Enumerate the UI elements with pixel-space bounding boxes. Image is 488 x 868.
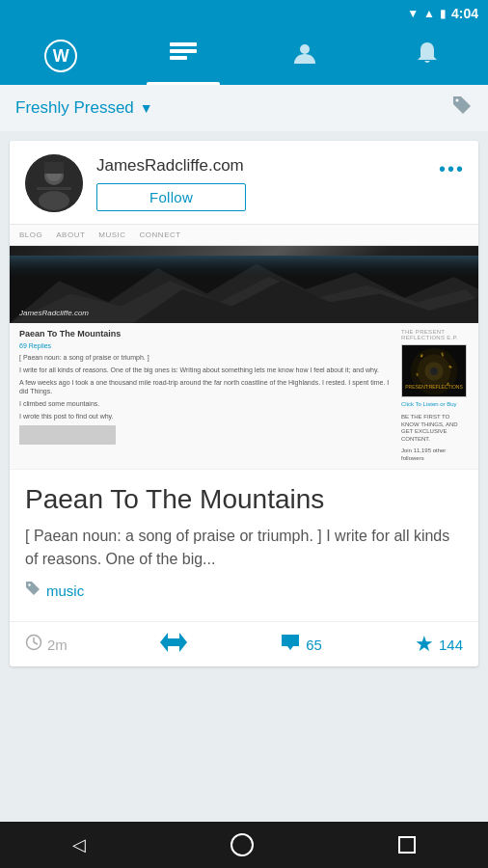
post-excerpt: [ Paean noun: a song of praise or triump… <box>25 525 463 571</box>
svg-rect-15 <box>10 256 478 281</box>
blog-nav-mini: BLOG ABOUT MUSIC CONNECT <box>10 225 478 246</box>
status-icons: ▼ ▲ ▮ 4:04 <box>407 6 478 21</box>
nav-bar: W <box>0 27 488 85</box>
blog-name: JamesRadcliffe.com <box>96 156 246 176</box>
bell-icon <box>416 41 439 71</box>
svg-rect-7 <box>37 187 71 190</box>
blog-card: JamesRadcliffe.com Follow ••• BLOG ABOUT… <box>10 141 478 666</box>
reblog-icon <box>160 633 187 657</box>
nav-about: ABOUT <box>56 231 85 239</box>
comment-icon <box>280 633 301 657</box>
time-item: 2m <box>25 634 68 656</box>
preview-article-title: Paean To The Mountains <box>19 329 392 339</box>
star-icon: ★ <box>415 632 434 657</box>
reblog-item[interactable] <box>160 633 187 657</box>
star-count: 144 <box>439 637 463 653</box>
avatar-image <box>25 154 83 212</box>
nav-item-reader[interactable] <box>122 27 245 85</box>
album-art: PRESENT:REFLECTIONS <box>401 344 467 397</box>
side-exclusive-text: BE THE FIRST TO KNOW THINGS, AND GET EXC… <box>401 414 469 444</box>
wifi-icon: ▼ <box>407 7 419 20</box>
side-title: THE PRESENT REFLECTIONS E.P. <box>401 329 469 340</box>
blog-preview-content: Paean To The Mountains 69 Replies [ Paea… <box>10 323 478 469</box>
preview-body-5: I wrote this post to find out why. <box>19 412 392 421</box>
post-tag: music <box>25 581 463 600</box>
blog-preview-text: Paean To The Mountains 69 Replies [ Paea… <box>19 329 392 463</box>
blog-profile: JamesRadcliffe.com Follow ••• <box>10 141 478 224</box>
star-item[interactable]: ★ 144 <box>415 632 463 657</box>
tag-icon-post <box>25 581 41 600</box>
preview-body-3: A few weeks ago I took a one thousand mi… <box>19 378 392 397</box>
comments-item[interactable]: 65 <box>280 633 322 657</box>
signal-icon: ▲ <box>423 7 435 20</box>
back-button[interactable]: ◁ <box>72 834 86 855</box>
nav-item-notifications[interactable] <box>366 27 489 85</box>
svg-point-4 <box>456 99 459 102</box>
profile-icon <box>292 41 317 71</box>
svg-point-26 <box>28 583 30 585</box>
header-title-group[interactable]: Freshly Pressed ▼ <box>15 98 153 118</box>
blog-preview-side: THE PRESENT REFLECTIONS E.P. <box>401 329 469 463</box>
follow-button[interactable]: Follow <box>96 183 246 211</box>
freshly-pressed-title: Freshly Pressed <box>15 98 134 118</box>
nav-blog: BLOG <box>19 231 42 239</box>
preview-body-4: I climbed some mountains. <box>19 399 392 409</box>
post-section: Paean To The Mountains [ Paean noun: a s… <box>10 469 478 622</box>
battery-icon: ▮ <box>440 7 447 20</box>
preview-body-1: [ Paean noun: a song of praise or triump… <box>19 353 392 363</box>
status-bar: ▼ ▲ ▮ 4:04 <box>0 0 488 27</box>
wordpress-icon: W <box>44 40 77 72</box>
nav-music: MUSIC <box>98 231 125 239</box>
side-listen-text: Click To Listen or Buy <box>401 401 469 409</box>
preview-thumbnail <box>19 425 116 445</box>
header-row: Freshly Pressed ▼ <box>0 85 488 131</box>
svg-point-3 <box>300 44 310 54</box>
post-footer: 2m 65 ★ 144 <box>10 621 478 666</box>
blog-hero-image: JamesRadcliffe.com <box>10 246 478 323</box>
svg-rect-0 <box>170 42 197 46</box>
svg-point-8 <box>39 191 69 210</box>
time-label: 2m <box>47 637 68 653</box>
preview-replies: 69 Replies <box>19 342 392 349</box>
clock-icon <box>25 634 42 656</box>
blog-name-follow: JamesRadcliffe.com Follow <box>96 156 246 211</box>
tag-icon[interactable] <box>451 95 473 122</box>
nav-item-profile[interactable] <box>244 27 366 85</box>
svg-line-29 <box>34 642 38 644</box>
preview-body-2: I write for all kinds of reasons. One of… <box>19 366 392 375</box>
nav-connect: CONNECT <box>140 231 181 239</box>
nav-item-wordpress[interactable]: W <box>0 27 122 85</box>
svg-rect-10 <box>44 162 64 174</box>
svg-marker-30 <box>160 633 187 652</box>
album-text: PRESENT:REFLECTIONS <box>402 381 466 393</box>
avatar <box>25 154 83 212</box>
more-options-button[interactable]: ••• <box>439 158 465 180</box>
tag-label[interactable]: music <box>46 583 84 599</box>
system-bar: ◁ <box>0 822 488 868</box>
hero-text: JamesRadcliffe.com <box>19 309 89 317</box>
reader-icon <box>170 42 197 69</box>
svg-point-20 <box>430 367 438 375</box>
status-time: 4:04 <box>451 6 478 21</box>
home-button[interactable] <box>230 833 254 856</box>
svg-rect-1 <box>170 49 197 53</box>
recents-button[interactable] <box>398 836 416 854</box>
blog-preview: BLOG ABOUT MUSIC CONNECT JamesRa <box>10 224 478 469</box>
post-title: Paean To The Mountains <box>25 483 463 516</box>
svg-rect-2 <box>170 56 187 60</box>
side-follower-count: Join 11,195 other followers <box>401 448 469 463</box>
dropdown-icon: ▼ <box>140 100 153 116</box>
comments-count: 65 <box>306 637 322 653</box>
